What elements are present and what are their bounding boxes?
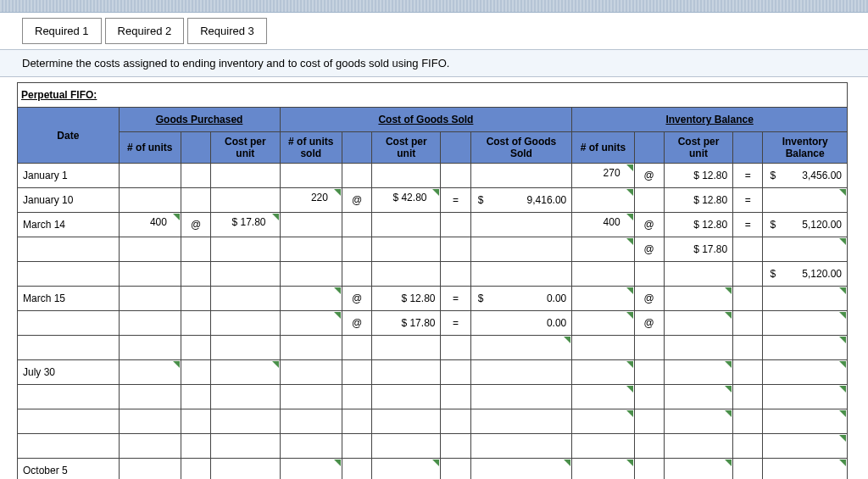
tab-required-3[interactable]: Required 3 <box>187 18 267 44</box>
cogs-cost-input[interactable]: $ 42.80 <box>372 188 441 213</box>
row-blank <box>18 336 848 360</box>
inv-balance-total: $5,120.00 <box>763 262 848 287</box>
col-inv-at <box>634 132 664 164</box>
row-mar-14-b: @ $ 17.80 <box>18 237 848 262</box>
col-cogs-eq <box>441 132 470 164</box>
col-gp-at <box>181 132 210 164</box>
inv-balance-input[interactable] <box>763 237 848 262</box>
row-jul-30-c <box>18 409 848 434</box>
group-goods-purchased: Goods Purchased <box>119 108 280 132</box>
col-inv-cost: Cost per unit <box>664 132 732 164</box>
col-inv-bal: Inventory Balance <box>763 132 848 164</box>
inv-cost-cell[interactable]: $ 12.80 <box>664 213 732 237</box>
inv-balance-input[interactable] <box>763 287 848 311</box>
cogs-units-input[interactable] <box>280 287 342 311</box>
col-cogs-total: Cost of Goods Sold <box>470 132 572 164</box>
inv-cost-cell[interactable]: $ 17.80 <box>664 237 732 262</box>
row-mar-15: March 15 @ $ 12.80 = $0.00 @ <box>18 287 848 311</box>
row-mar-15-b: @ $ 17.80 = 0.00 @ <box>18 311 848 336</box>
date-cell: January 10 <box>18 188 120 213</box>
inv-units-input[interactable] <box>572 287 634 311</box>
row-mar-14-total: $5,120.00 <box>18 262 848 287</box>
col-inv-eq <box>733 132 763 164</box>
row-mar-14: March 14 400 @ $ 17.80 400 @ $ 12.80 = $… <box>18 213 848 237</box>
gp-cost-input[interactable]: $ 17.80 <box>211 213 280 237</box>
spreadsheet-ruler <box>0 0 868 13</box>
col-cogs-cost: Cost per unit <box>372 132 441 164</box>
inv-units-input[interactable] <box>572 311 634 336</box>
row-jan-10: January 10 220 @ $ 42.80 = $9,416.00 $ 1… <box>18 188 848 213</box>
row-jan-1: January 1 270 @ $ 12.80 = $3,456.00 <box>18 164 848 188</box>
eq-symbol: = <box>733 164 763 188</box>
inv-cost-cell[interactable]: $ 12.80 <box>664 188 732 213</box>
col-gp-units: # of units <box>119 132 181 164</box>
cogs-total-cell: $9,416.00 <box>470 188 572 213</box>
col-cogs-at <box>342 132 371 164</box>
cogs-total-cell: 0.00 <box>470 311 572 336</box>
inv-cost-cell[interactable]: $ 12.80 <box>664 164 732 188</box>
group-cogs: Cost of Goods Sold <box>280 108 572 132</box>
inv-units-input[interactable]: 400 <box>572 213 634 237</box>
inv-balance-cell: $5,120.00 <box>763 213 848 237</box>
inv-balance-input[interactable] <box>763 188 848 213</box>
row-jul-30-b <box>18 385 848 409</box>
date-cell: October 5 <box>18 459 120 480</box>
fifo-table: Perpetual FIFO: Date Goods Purchased Cos… <box>17 82 848 479</box>
row-jul-30: July 30 <box>18 360 848 385</box>
cogs-units-input[interactable]: 220 <box>280 188 342 213</box>
row-blank-2 <box>18 434 848 459</box>
col-cogs-units: # of units sold <box>280 132 342 164</box>
tab-required-2[interactable]: Required 2 <box>105 18 185 44</box>
cogs-total-cell: $0.00 <box>470 287 572 311</box>
gp-units-input[interactable]: 400 <box>119 213 181 237</box>
tab-row: Required 1 Required 2 Required 3 <box>0 13 868 44</box>
date-cell: March 15 <box>18 287 120 311</box>
date-cell: March 14 <box>18 213 120 237</box>
cogs-units-input[interactable] <box>280 311 342 336</box>
inv-units-input[interactable] <box>572 188 634 213</box>
inv-cost-input[interactable] <box>664 311 732 336</box>
inv-units-input[interactable] <box>572 237 634 262</box>
section-title: Perpetual FIFO: <box>18 83 848 108</box>
date-cell: July 30 <box>18 360 120 385</box>
instruction-text: Determine the costs assigned to ending i… <box>0 49 868 77</box>
row-oct-5: October 5 <box>18 459 848 480</box>
cogs-cost-cell[interactable]: $ 12.80 <box>372 287 441 311</box>
inv-balance-cell: $3,456.00 <box>763 164 848 188</box>
col-inv-units: # of units <box>572 132 634 164</box>
tab-required-1[interactable]: Required 1 <box>22 18 102 44</box>
col-gp-cost: Cost per unit <box>211 132 280 164</box>
group-inventory-balance: Inventory Balance <box>572 108 848 132</box>
inv-units-input[interactable]: 270 <box>572 164 634 188</box>
inv-balance-input[interactable] <box>763 311 848 336</box>
inv-cost-input[interactable] <box>664 287 732 311</box>
cogs-cost-cell[interactable]: $ 17.80 <box>372 311 441 336</box>
at-symbol: @ <box>634 164 664 188</box>
date-cell: January 1 <box>18 164 120 188</box>
col-date: Date <box>18 108 120 164</box>
